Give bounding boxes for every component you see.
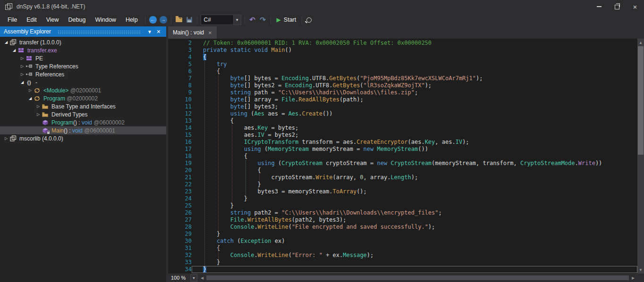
tree-node[interactable]: ◢Program @02000002 — [0, 94, 166, 102]
restore-button[interactable] — [608, 0, 626, 13]
restore-icon — [615, 5, 619, 9]
vertical-scroll-thumb[interactable] — [638, 46, 644, 155]
code-line: 4{ — [168, 54, 637, 61]
code-text: using (CryptoStream cryptoStream = new C… — [192, 160, 637, 167]
search-button[interactable] — [305, 15, 315, 25]
code-text: catch (Exception ex) — [192, 238, 637, 245]
menu-item-view[interactable]: View — [42, 13, 64, 26]
line-number: 31 — [168, 245, 192, 252]
tree-node[interactable]: ▷Base Type and Interfaces — [0, 102, 166, 110]
tree-node[interactable]: ▷PE — [0, 54, 166, 62]
line-number: 18 — [168, 153, 192, 160]
code-line: 17 using (MemoryStream memoryStream = ne… — [168, 146, 637, 153]
expander-icon[interactable]: ▷ — [27, 88, 34, 92]
tab-main-void[interactable]: Main() : void × — [168, 26, 217, 39]
line-number: 7 — [168, 75, 192, 82]
language-combobox[interactable]: C# ▼ — [201, 15, 241, 25]
undo-button[interactable]: ↶ — [247, 15, 258, 25]
explorer-header[interactable]: Assembly Explorer ▼ × — [0, 26, 166, 37]
expander-icon[interactable]: ◢ — [11, 48, 17, 52]
expander-icon[interactable]: ▷ — [3, 136, 9, 141]
tree-node[interactable]: ▷<Module> @02000001 — [0, 86, 166, 94]
scroll-left-icon[interactable]: ◀ — [198, 274, 206, 282]
scroll-right-icon[interactable]: ▶ — [629, 274, 637, 282]
line-number: 24 — [168, 195, 192, 202]
zoom-dropdown-button[interactable]: ▼ — [190, 274, 197, 282]
tree-node[interactable]: Program() : void @06000002 — [0, 118, 166, 126]
expander-icon[interactable]: ▷ — [35, 104, 42, 108]
chevron-down-icon[interactable]: ▼ — [233, 15, 241, 25]
line-number: 27 — [168, 216, 192, 224]
class-icon — [34, 87, 41, 93]
expander-icon[interactable]: ▷ — [19, 56, 25, 60]
horizontal-scroll-thumb[interactable] — [206, 275, 629, 280]
scroll-down-icon[interactable]: ▼ — [637, 266, 644, 273]
line-number: 8 — [168, 82, 192, 89]
tree-label: Program — [43, 95, 65, 102]
tree-node[interactable]: ▷References — [0, 70, 166, 78]
menu-item-window[interactable]: Window — [90, 13, 120, 26]
tree-node[interactable]: ◢transfer (1.0.0.0) — [0, 38, 166, 46]
explorer-close-button[interactable]: × — [154, 28, 163, 35]
tree-label: @06000001 — [83, 127, 115, 134]
code-text: private static void Main() — [192, 47, 637, 54]
line-number: 17 — [168, 146, 192, 153]
code-text: aes.Key = bytes; — [192, 124, 637, 132]
language-value: C# — [201, 17, 233, 23]
line-number: 33 — [168, 259, 192, 266]
expander-icon[interactable]: ▷ — [19, 72, 25, 76]
scroll-up-icon[interactable]: ▲ — [637, 39, 644, 46]
menu-item-help[interactable]: Help — [121, 13, 143, 26]
expander-icon[interactable]: ◢ — [19, 80, 25, 84]
expander-icon[interactable]: ▷ — [35, 112, 42, 116]
toolbar-separator — [271, 16, 271, 24]
code-line: 34} — [168, 266, 637, 273]
zoom-control[interactable]: 100 % ▼ — [168, 274, 197, 282]
tree-node[interactable]: ◢{}- — [0, 78, 166, 86]
menu-item-edit[interactable]: Edit — [22, 13, 42, 26]
tree-node[interactable]: ◢transfer.exe — [0, 46, 166, 54]
toolbar-separator — [245, 16, 245, 24]
open-file-button[interactable] — [174, 15, 184, 25]
menu-item-file[interactable]: File — [3, 13, 22, 26]
code-line: 29 } — [168, 231, 637, 238]
play-icon: ▶ — [277, 17, 281, 23]
expander-icon[interactable]: ◢ — [27, 96, 34, 100]
code-text: } — [192, 195, 637, 202]
menu-item-debug[interactable]: Debug — [64, 13, 91, 26]
code-line: 16 ICryptoTransform transform = aes.Crea… — [168, 139, 637, 146]
save-module-button[interactable] — [184, 15, 195, 25]
line-number: 32 — [168, 252, 192, 259]
tab-close-icon[interactable]: × — [208, 30, 212, 36]
undo-icon: ↶ — [249, 16, 255, 24]
minimize-button[interactable] — [590, 0, 608, 13]
line-number: 3 — [168, 47, 192, 54]
line-number: 4 — [168, 54, 192, 61]
code-viewport[interactable]: 2// Token: 0x06000001 RID: 1 RVA: 0x0000… — [168, 39, 644, 274]
code-line: 33 } — [168, 259, 637, 266]
redo-button[interactable]: ↷ — [258, 15, 268, 25]
horizontal-scrollbar[interactable]: ◀ ▶ — [197, 274, 637, 282]
editor-bottom-bar: 100 % ▼ ◀ ▶ — [168, 274, 644, 282]
code-text: byte[] bytes3; — [192, 103, 637, 110]
close-icon: × — [157, 28, 161, 35]
window-controls: × — [590, 0, 644, 13]
navigate-back-button[interactable]: ← — [148, 15, 158, 25]
close-button[interactable]: × — [626, 0, 644, 13]
explorer-menu-button[interactable]: ▼ — [145, 29, 154, 34]
tree-node[interactable]: ▷Derived Types — [0, 110, 166, 118]
scrollbar-corner — [637, 274, 644, 282]
line-number: 26 — [168, 209, 192, 216]
expander-icon[interactable]: ▷ — [19, 64, 25, 68]
expander-icon[interactable]: ◢ — [3, 40, 9, 44]
code-line: 13 { — [168, 117, 637, 124]
tree-label: () : — [64, 127, 72, 134]
vertical-scrollbar[interactable]: ▲ ▼ — [637, 39, 644, 274]
tree-node[interactable]: ▷mscorlib (4.0.0.0) — [0, 134, 166, 142]
tree-node[interactable]: Main() : void @06000001 — [0, 126, 166, 134]
tree-label: mscorlib (4.0.0.0) — [19, 135, 63, 142]
tree-node[interactable]: ▷Type References — [0, 62, 166, 70]
start-debug-button[interactable]: ▶ Start — [273, 15, 300, 25]
code-text: using (Aes aes = Aes.Create()) — [192, 110, 637, 117]
navigate-forward-button[interactable]: → — [158, 15, 169, 25]
